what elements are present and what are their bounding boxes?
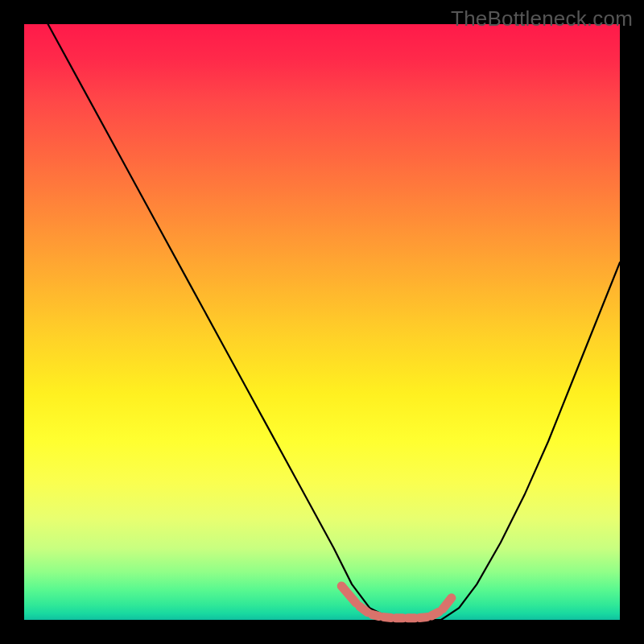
highlight-dash bbox=[419, 617, 427, 618]
highlight-dash bbox=[443, 598, 452, 609]
chart-svg bbox=[24, 24, 620, 620]
watermark-text: TheBottleneck.com bbox=[451, 6, 633, 31]
chart-area bbox=[24, 24, 620, 620]
highlight-dash bbox=[341, 586, 356, 603]
highlight-dash bbox=[372, 614, 379, 616]
highlight-dash bbox=[384, 617, 391, 618]
highlight-segments bbox=[341, 586, 452, 618]
highlight-dash bbox=[360, 606, 368, 613]
bottleneck-curve bbox=[48, 24, 620, 620]
highlight-dash bbox=[431, 612, 439, 616]
